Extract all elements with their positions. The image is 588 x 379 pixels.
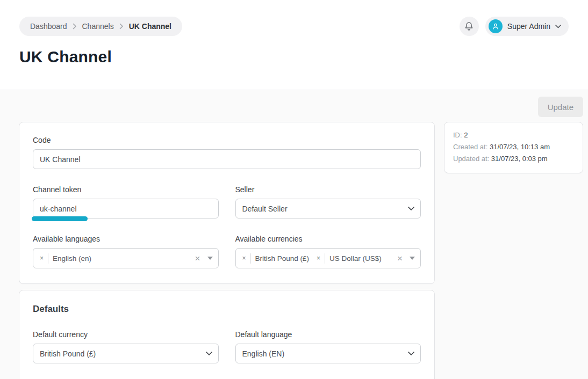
page-title: UK Channel	[19, 48, 569, 66]
code-label: Code	[33, 136, 421, 144]
breadcrumb-item-channels[interactable]: Channels	[82, 22, 114, 31]
record-info-card: ID: 2 Created at: 31/07/23, 10:13 am Upd…	[444, 122, 583, 173]
language-chip: × English (en)	[40, 253, 91, 264]
default-currency-selected-value: British Pound (£)	[40, 349, 96, 358]
channel-token-input[interactable]	[33, 199, 219, 218]
avatar	[489, 19, 503, 33]
default-language-selected-value: English (EN)	[242, 349, 285, 358]
chevron-down-icon	[408, 207, 414, 211]
chip-label: US Dollar (US$)	[329, 254, 382, 263]
dropdown-arrow-icon[interactable]	[410, 257, 415, 260]
channel-token-field-group: Channel token	[33, 185, 219, 218]
currency-chip: × British Pound (£)	[242, 253, 310, 264]
created-label: Created at:	[453, 143, 487, 151]
chip-divider	[250, 253, 251, 264]
currency-chip: × US Dollar (US$)	[317, 253, 382, 264]
seller-field-group: Seller Default Seller	[235, 185, 421, 218]
id-label: ID:	[453, 131, 462, 139]
defaults-card: Defaults Default currency British Pound …	[19, 290, 435, 379]
available-languages-label: Available languages	[33, 235, 219, 243]
user-menu[interactable]: Super Admin	[485, 17, 569, 36]
available-currencies-multiselect[interactable]: × British Pound (£) × US Dollar (US$)	[235, 248, 421, 268]
available-languages-multiselect[interactable]: × English (en) ×	[33, 248, 219, 268]
record-created-at: Created at: 31/07/23, 10:13 am	[453, 141, 574, 153]
seller-label: Seller	[235, 185, 421, 194]
breadcrumb: Dashboard Channels UK Channel	[19, 17, 182, 36]
channel-details-card: Code Channel token Seller Defa	[19, 122, 435, 284]
default-language-field-group: Default language English (EN)	[235, 330, 421, 363]
chip-divider	[48, 253, 48, 264]
available-currencies-field-group: Available currencies × British Pound (£)…	[235, 235, 421, 268]
user-name: Super Admin	[507, 22, 550, 31]
chip-label: British Pound (£)	[255, 254, 310, 263]
available-currencies-label: Available currencies	[235, 235, 421, 243]
remove-chip-icon[interactable]: ×	[242, 255, 246, 261]
chevron-right-icon	[73, 23, 77, 30]
created-value: 31/07/23, 10:13 am	[490, 143, 550, 151]
record-id: ID: 2	[453, 129, 574, 141]
id-value: 2	[464, 131, 468, 139]
default-currency-select[interactable]: British Pound (£)	[33, 344, 219, 363]
chevron-down-icon	[206, 352, 212, 356]
teal-highlight-underline	[32, 216, 88, 221]
available-languages-field-group: Available languages × English (en) ×	[33, 235, 219, 268]
code-input[interactable]	[33, 149, 421, 169]
notifications-button[interactable]	[460, 17, 479, 36]
clear-all-icon[interactable]: ×	[195, 254, 200, 263]
person-icon	[492, 23, 499, 30]
updated-label: Updated at:	[453, 155, 489, 163]
default-currency-field-group: Default currency British Pound (£)	[33, 330, 219, 363]
breadcrumb-item-dashboard[interactable]: Dashboard	[30, 22, 67, 31]
default-language-select[interactable]: English (EN)	[235, 344, 421, 363]
defaults-heading: Defaults	[33, 304, 421, 315]
breadcrumb-item-uk-channel: UK Channel	[129, 22, 171, 31]
default-language-label: Default language	[235, 330, 421, 339]
updated-value: 31/07/23, 0:03 pm	[491, 155, 548, 163]
chevron-down-icon	[408, 352, 414, 356]
chevron-right-icon	[119, 23, 124, 30]
record-updated-at: Updated at: 31/07/23, 0:03 pm	[453, 153, 574, 165]
chip-divider	[325, 253, 325, 264]
chevron-down-icon	[555, 25, 561, 28]
seller-select[interactable]: Default Seller	[235, 199, 421, 218]
seller-selected-value: Default Seller	[242, 205, 288, 213]
dropdown-arrow-icon[interactable]	[207, 257, 213, 260]
bell-icon	[464, 21, 474, 31]
remove-chip-icon[interactable]: ×	[317, 255, 320, 261]
content-area: Update Code Channel token	[0, 90, 588, 379]
code-field-group: Code	[33, 136, 421, 169]
channel-token-label: Channel token	[33, 185, 219, 194]
default-currency-label: Default currency	[33, 330, 219, 339]
update-button[interactable]: Update	[538, 97, 583, 117]
remove-chip-icon[interactable]: ×	[40, 255, 44, 261]
top-header: Dashboard Channels UK Channel	[0, 0, 588, 90]
clear-all-icon[interactable]: ×	[397, 254, 403, 263]
chip-label: English (en)	[53, 254, 91, 263]
